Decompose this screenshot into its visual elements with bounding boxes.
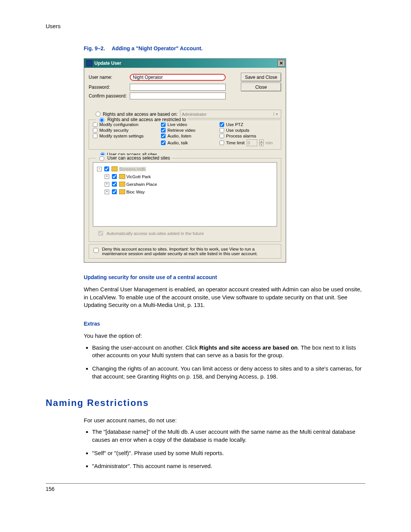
time-limit-unit: min [266, 141, 273, 145]
based-on-radio[interactable] [96, 112, 100, 117]
list-item: "Administrator". This account name is re… [92, 462, 365, 470]
dialog-title: Update User [94, 61, 121, 66]
chevron-down-icon: ▾ [274, 112, 279, 116]
access-selected-sites-radio[interactable] [99, 156, 104, 161]
update-user-dialog: Update User ✕ User name: Save and Close … [84, 58, 286, 263]
deny-access-label: Deny this account access to sites. Impor… [102, 247, 278, 256]
tree-item-label: VicGott Park [126, 174, 151, 179]
folder-icon [112, 166, 118, 171]
figure-caption: Fig. 9–2. Adding a "Night Operator" Acco… [84, 45, 365, 51]
process-alarms-checkbox[interactable] [220, 134, 224, 138]
tree-item-label: Bioc Way [126, 190, 145, 194]
page-number: 156 [46, 486, 365, 492]
body-paragraph: You have the option of: [84, 332, 365, 340]
use-ptz-checkbox[interactable] [220, 122, 224, 127]
based-on-label: Rights and site access are based on: [103, 112, 178, 117]
list-item: Basing the user-account on another. Clic… [92, 344, 365, 359]
audio-talk-label: Audio, talk [167, 141, 188, 145]
audio-talk-checkbox[interactable] [161, 141, 166, 145]
time-limit-input[interactable] [247, 139, 257, 146]
process-alarms-label: Process alarms [226, 134, 256, 138]
auto-subsites-checkbox[interactable] [98, 231, 103, 236]
tree-collapse-icon[interactable]: − [97, 167, 102, 171]
body-paragraph: When Central User Management is enabled,… [84, 286, 365, 309]
save-and-close-button[interactable]: Save and Close [241, 73, 281, 81]
page-header: Users [46, 23, 365, 29]
modify-configuration-checkbox[interactable] [93, 122, 97, 127]
time-limit-checkbox[interactable] [220, 141, 224, 145]
deny-access-checkbox[interactable] [94, 248, 99, 253]
use-outputs-checkbox[interactable] [220, 128, 224, 133]
footer-rule [46, 483, 365, 484]
username-input[interactable] [130, 74, 226, 81]
tree-item-checkbox[interactable] [112, 189, 117, 194]
figure-title: Adding a "Night Operator" Account. [112, 45, 202, 51]
live-video-checkbox[interactable] [161, 122, 166, 127]
modify-security-label: Modify security [99, 128, 129, 133]
tree-item-label: Gershwin Place [126, 182, 157, 187]
close-icon[interactable]: ✕ [277, 60, 285, 67]
tree-root-checkbox[interactable] [104, 166, 109, 171]
based-on-select[interactable]: Administrator ▾ [180, 110, 281, 118]
use-outputs-label: Use outputs [226, 128, 249, 133]
tree-expand-icon[interactable]: + [105, 190, 109, 194]
confirm-password-input[interactable] [130, 93, 226, 99]
folder-icon [119, 189, 125, 194]
figure-number: Fig. 9–2. [84, 45, 105, 51]
password-input[interactable] [130, 84, 226, 91]
close-button[interactable]: Close [241, 83, 281, 91]
access-selected-sites-label: User can access selected sites [107, 155, 170, 161]
modify-system-checkbox[interactable] [93, 134, 97, 138]
rights-fieldset: Rights and site access are restricted to… [89, 120, 281, 150]
list-item: The "[database name]" of the Multi db. A… [92, 428, 365, 444]
audio-listen-checkbox[interactable] [161, 134, 166, 138]
restricted-to-label: Rights and site access are restricted to [107, 117, 186, 122]
subheading-extras: Extras [84, 321, 365, 327]
auto-subsites-label: Automatically access sub-sites added in … [107, 231, 204, 236]
tree-expand-icon[interactable]: + [105, 174, 109, 179]
app-icon [86, 60, 92, 66]
subheading-updating-security: Updating security for onsite use of a ce… [84, 274, 365, 280]
folder-icon [119, 182, 125, 187]
audio-listen-label: Audio, listen [167, 134, 191, 138]
modify-security-checkbox[interactable] [93, 128, 97, 133]
text-run: Basing the user-account on another. Clic… [92, 344, 199, 351]
tree-item-checkbox[interactable] [112, 174, 117, 179]
text-bold: Rights and site access are based on [199, 344, 298, 351]
tree-root-label: Screens.mdb [119, 167, 146, 171]
section-title-naming-restrictions: Naming Restrictions [46, 398, 365, 408]
time-limit-spinner[interactable]: ▲▼ [259, 139, 264, 146]
time-limit-label: Time limit [226, 141, 245, 145]
folder-icon [119, 174, 125, 179]
list-item: "Self" or "(self)". Phrase used by some … [92, 449, 365, 457]
dialog-titlebar: Update User ✕ [84, 59, 286, 68]
password-label: Password: [89, 85, 130, 90]
site-tree[interactable]: − Screens.mdb + VicGott Park [93, 162, 277, 227]
modify-configuration-label: Modify configuration [99, 122, 139, 127]
retrieve-video-label: Retrieve video [167, 128, 196, 133]
selected-sites-fieldset: User can access selected sites − Screens… [89, 158, 281, 242]
use-ptz-label: Use PTZ [226, 122, 243, 127]
tree-expand-icon[interactable]: + [105, 182, 109, 187]
username-label: User name: [89, 75, 130, 80]
list-item: Changing the rights of an account. You c… [92, 365, 365, 380]
modify-system-label: Modify system settings [99, 134, 143, 138]
tree-item-checkbox[interactable] [112, 182, 117, 187]
retrieve-video-checkbox[interactable] [161, 128, 166, 133]
restricted-to-radio[interactable] [99, 118, 104, 123]
confirm-password-label: Confirm password: [89, 93, 130, 99]
live-video-label: Live video [167, 122, 187, 127]
based-on-value: Administrator [182, 112, 207, 117]
body-paragraph: For user account names, do not use: [84, 417, 365, 425]
